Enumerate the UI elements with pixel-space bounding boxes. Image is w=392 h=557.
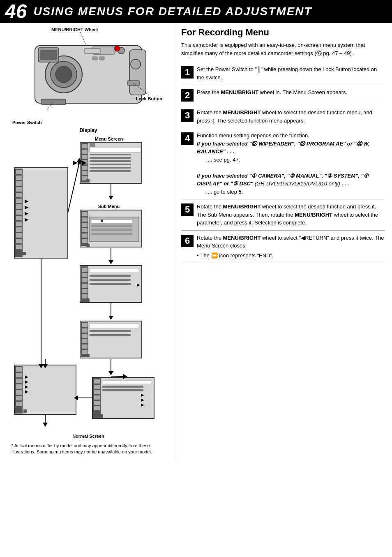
svg-rect-46 (82, 223, 88, 227)
svg-rect-81 (82, 344, 88, 349)
svg-rect-63 (82, 278, 88, 282)
svg-rect-31 (90, 157, 131, 159)
page-number: 46 (5, 2, 27, 21)
svg-text:▶: ▶ (25, 210, 29, 216)
svg-rect-104 (16, 245, 22, 249)
svg-rect-52 (91, 224, 132, 227)
svg-rect-16 (99, 57, 104, 60)
svg-text:▶: ▶ (25, 198, 29, 204)
svg-text:▶: ▶ (141, 393, 144, 397)
svg-rect-55 (101, 220, 103, 222)
step-2: 2 Press the MENU/BRIGHT wheel in. The Me… (181, 85, 385, 105)
svg-line-141 (111, 376, 123, 377)
svg-rect-79 (82, 334, 88, 338)
svg-rect-140 (100, 414, 103, 418)
svg-rect-49 (82, 239, 88, 243)
svg-rect-22 (82, 144, 88, 148)
svg-text:▶: ▶ (137, 282, 140, 287)
svg-text:▶: ▶ (141, 402, 144, 407)
right-column: For Recording Menu This camcorder is equ… (177, 23, 392, 460)
svg-rect-136 (102, 389, 143, 391)
svg-rect-7 (40, 50, 57, 60)
svg-rect-24 (82, 155, 88, 159)
svg-rect-56 (86, 244, 90, 247)
svg-rect-114 (16, 367, 22, 372)
step-content-3: Rotate the MENU/BRIGHT wheel to select t… (197, 109, 385, 125)
step-4: 4 Function menu setting depends on the f… (181, 128, 385, 199)
svg-rect-112 (14, 365, 76, 414)
svg-rect-128 (94, 379, 100, 384)
step-6: 6 Rotate the MENU/BRIGHT wheel to select… (181, 231, 385, 263)
footer-note: * Actual menus differ by model and may a… (6, 443, 171, 455)
step-number-4: 4 (181, 132, 194, 145)
svg-rect-120 (16, 402, 22, 406)
step-number-6: 6 (181, 235, 194, 247)
svg-rect-102 (16, 233, 22, 238)
intro-text: This camcorder is equipped with an easy-… (181, 41, 385, 57)
svg-text:▶: ▶ (25, 379, 28, 384)
svg-text:▶: ▶ (25, 217, 29, 222)
svg-rect-130 (94, 390, 100, 394)
svg-rect-133 (94, 406, 100, 410)
svg-rect-86 (86, 354, 90, 357)
svg-rect-119 (16, 396, 22, 400)
svg-rect-62 (82, 273, 88, 277)
svg-rect-95 (16, 193, 22, 197)
svg-rect-61 (82, 268, 88, 272)
step-number-1: 1 (181, 66, 194, 79)
bullet-end-icon: The ⏩ icon represents “END”. (197, 252, 385, 260)
svg-marker-88 (108, 371, 113, 375)
svg-point-10 (131, 59, 141, 69)
step-number-2: 2 (181, 89, 194, 102)
svg-rect-72 (86, 298, 90, 302)
display-section-label: Display (6, 127, 171, 133)
svg-rect-96 (16, 199, 22, 203)
svg-rect-132 (94, 401, 100, 405)
svg-rect-77 (82, 323, 88, 327)
step-content-6: Rotate the MENU/BRIGHT wheel to select "… (197, 234, 385, 260)
step-1: 1 Set the Power Switch to "║" while pres… (181, 62, 385, 85)
svg-text:Menu Screen: Menu Screen (95, 136, 123, 141)
svg-rect-97 (16, 204, 22, 209)
svg-rect-64 (82, 284, 88, 288)
svg-rect-13 (84, 49, 101, 53)
svg-rect-37 (90, 143, 95, 147)
svg-rect-125 (23, 409, 27, 413)
svg-rect-118 (16, 390, 22, 395)
svg-rect-23 (82, 150, 88, 154)
label-power-switch: Power Switch (12, 120, 171, 125)
svg-rect-34 (90, 167, 131, 169)
svg-rect-78 (82, 328, 88, 333)
camera-illustration (10, 27, 166, 118)
svg-rect-32 (90, 160, 131, 162)
flow-diagram-svg: Menu Screen (10, 135, 166, 431)
svg-rect-15 (92, 57, 97, 60)
svg-marker-148 (43, 423, 48, 427)
svg-rect-101 (16, 227, 22, 232)
svg-marker-74 (108, 316, 113, 320)
svg-rect-134 (102, 381, 152, 384)
svg-text:▶: ▶ (25, 374, 28, 379)
svg-rect-26 (82, 166, 88, 170)
svg-rect-93 (16, 181, 22, 186)
svg-rect-131 (94, 395, 100, 400)
svg-rect-27 (82, 171, 88, 175)
section-title: For Recording Menu (181, 27, 385, 38)
svg-rect-117 (16, 384, 22, 389)
svg-rect-44 (82, 212, 88, 216)
svg-rect-68 (90, 275, 131, 277)
svg-rect-67 (90, 268, 139, 273)
page-title: USING MENUS FOR DETAILED ADJUSTMENT (33, 5, 312, 18)
label-menu-bright-wheel: MENU/BRIGHT Wheel (51, 27, 98, 32)
svg-rect-109 (23, 252, 26, 255)
svg-rect-45 (82, 217, 88, 222)
svg-rect-82 (82, 350, 88, 354)
svg-line-110 (68, 163, 79, 213)
svg-rect-29 (90, 147, 141, 152)
step-content-1: Set the Power Switch to "║" while pressi… (197, 65, 385, 81)
svg-text:Sub Menu: Sub Menu (98, 204, 120, 209)
svg-text:▶: ▶ (141, 398, 144, 402)
svg-rect-66 (82, 294, 88, 298)
svg-point-14 (114, 46, 120, 51)
svg-rect-99 (16, 216, 22, 220)
